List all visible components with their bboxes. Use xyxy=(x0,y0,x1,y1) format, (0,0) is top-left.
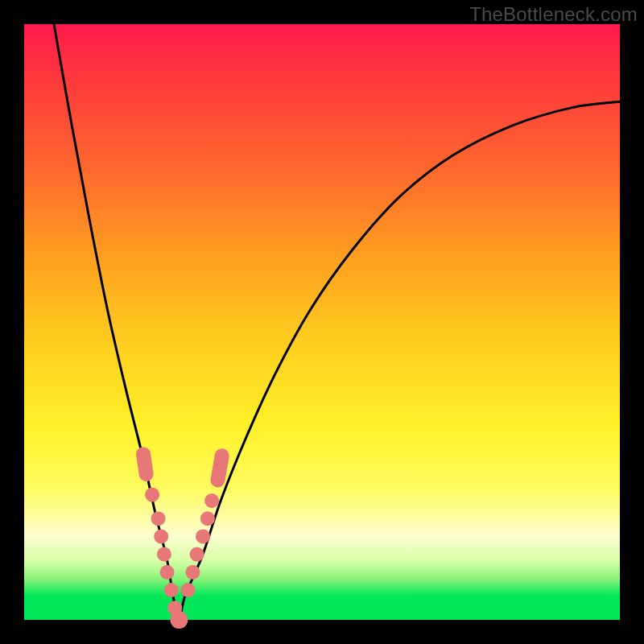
highlight-dot xyxy=(160,565,175,580)
bottleneck-curve xyxy=(24,24,620,620)
highlight-dot xyxy=(171,612,187,628)
plot-area xyxy=(24,24,620,620)
highlight-dot xyxy=(151,511,166,526)
highlight-dot xyxy=(157,547,171,562)
highlight-dot xyxy=(204,493,219,508)
highlight-dot xyxy=(190,547,204,562)
highlight-pill xyxy=(218,456,222,480)
highlight-dot xyxy=(185,565,200,580)
watermark-text: TheBottleneck.com xyxy=(469,3,638,26)
chart-frame: TheBottleneck.com xyxy=(0,0,644,644)
highlight-dot xyxy=(200,511,215,526)
highlight-dot xyxy=(196,529,210,543)
highlight-dot xyxy=(181,583,196,597)
highlight-dot xyxy=(164,583,179,597)
highlight-pill xyxy=(143,454,147,474)
highlight-dot xyxy=(145,488,159,502)
highlight-dot xyxy=(154,529,168,543)
